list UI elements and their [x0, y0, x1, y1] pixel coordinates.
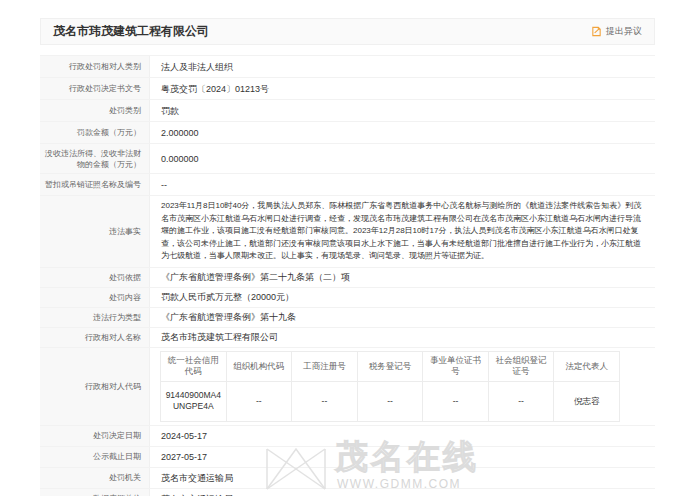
- code-value: --: [357, 381, 423, 421]
- table-row: 数据来源单位 茂名市交通运输局: [40, 489, 655, 496]
- row-value: 2.000000: [150, 122, 655, 143]
- entity-codes-cell: 统一社会信用代码 组织机构代码 工商注册号 税务登记号 事业单位证书号 社会组织…: [150, 348, 655, 425]
- entity-codes-table: 统一社会信用代码 组织机构代码 工商注册号 税务登记号 事业单位证书号 社会组织…: [160, 351, 620, 422]
- table-row: 暂扣或吊销证照名称及编号 --: [40, 174, 655, 196]
- table-row: 行政处罚相对人类别 法人及非法人组织: [40, 56, 655, 78]
- row-label: 处罚机关: [40, 468, 150, 488]
- column-header: 工商注册号: [292, 351, 358, 381]
- row-label: 违法行为类型: [40, 308, 150, 327]
- row-value: 茂名市交通运输局: [150, 468, 655, 488]
- table-row: 违法行为类型 《广东省航道管理条例》第十九条: [40, 308, 655, 328]
- row-label: 违法事实: [40, 196, 150, 267]
- row-label: 处罚依据: [40, 268, 150, 287]
- table-row: 罚款金额（万元） 2.000000: [40, 122, 655, 144]
- appeal-button-label: 提出异议: [606, 25, 642, 38]
- column-header: 社会组织登记证号: [488, 351, 554, 381]
- column-header: 组织机构代码: [226, 351, 292, 381]
- row-value: 罚款: [150, 100, 655, 121]
- table-row: 处罚机关 茂名市交通运输局: [40, 468, 655, 489]
- row-value: 《广东省航道管理条例》第十九条: [150, 308, 655, 327]
- entity-codes-header-row: 统一社会信用代码 组织机构代码 工商注册号 税务登记号 事业单位证书号 社会组织…: [161, 351, 620, 381]
- table-row: 行政处罚决定书文号 粤茂交罚〔2024〕01213号: [40, 78, 655, 100]
- table-row-violation-facts: 违法事实 2023年11月8日10时40分，我局执法人员郑东、陈林根据广东省粤西…: [40, 196, 655, 268]
- page-header: 茂名市玮茂建筑工程有限公司 提出异议: [40, 18, 655, 45]
- page-title: 茂名市玮茂建筑工程有限公司: [53, 23, 209, 40]
- column-header: 法定代表人: [554, 351, 620, 381]
- table-row: 处罚类别 罚款: [40, 100, 655, 122]
- table-row: 行政相对人名称 茂名市玮茂建筑工程有限公司: [40, 328, 655, 348]
- code-value: --: [423, 381, 489, 421]
- row-value: 法人及非法人组织: [150, 56, 655, 77]
- main-content: 茂名市玮茂建筑工程有限公司 提出异议 行政处罚相对人类别 法人及非法人组织 行政…: [40, 18, 655, 496]
- legal-representative-value: 倪志容: [554, 381, 620, 421]
- row-label: 暂扣或吊销证照名称及编号: [40, 174, 150, 195]
- penalty-info-table: 行政处罚相对人类别 法人及非法人组织 行政处罚决定书文号 粤茂交罚〔2024〕0…: [40, 55, 655, 496]
- table-row: 没收违法所得、没收非法财物的金额（万元） 0.000000: [40, 144, 655, 174]
- row-label: 数据来源单位: [40, 489, 150, 496]
- row-value: 茂名市玮茂建筑工程有限公司: [150, 328, 655, 347]
- appeal-button[interactable]: 提出异议: [591, 25, 642, 38]
- row-label: 行政处罚相对人类别: [40, 56, 150, 77]
- row-label: 公示截止日期: [40, 447, 150, 467]
- code-value: --: [488, 381, 554, 421]
- row-label: 处罚内容: [40, 288, 150, 307]
- table-row: 处罚决定日期 2024-05-17: [40, 426, 655, 447]
- credit-code-value: 91440900MA4UNGPE4A: [161, 381, 227, 421]
- row-label: 行政相对人名称: [40, 328, 150, 347]
- row-value: --: [150, 174, 655, 195]
- table-row: 处罚依据 《广东省航道管理条例》第二十九条第（二）项: [40, 268, 655, 288]
- row-value: 《广东省航道管理条例》第二十九条第（二）项: [150, 268, 655, 287]
- row-label: 没收违法所得、没收非法财物的金额（万元）: [40, 144, 150, 173]
- column-header: 事业单位证书号: [423, 351, 489, 381]
- code-value: --: [226, 381, 292, 421]
- violation-facts-text: 2023年11月8日10时40分，我局执法人员郑东、陈林根据广东省粤西航道事务中…: [150, 196, 655, 267]
- row-label: 罚款金额（万元）: [40, 122, 150, 143]
- row-label: 处罚类别: [40, 100, 150, 121]
- column-header: 统一社会信用代码: [161, 351, 227, 381]
- row-value: 2024-05-17: [150, 426, 655, 446]
- row-value: 茂名市交通运输局: [150, 489, 655, 496]
- row-label: 处罚决定日期: [40, 426, 150, 446]
- row-value: 罚款人民币贰万元整（20000元）: [150, 288, 655, 307]
- table-row: 处罚内容 罚款人民币贰万元整（20000元）: [40, 288, 655, 308]
- code-value: --: [292, 381, 358, 421]
- row-value: 粤茂交罚〔2024〕01213号: [150, 78, 655, 99]
- table-row-entity-codes: 行政相对人代码 统一社会信用代码 组织机构代码 工商注册号 税务登记号 事业单位…: [40, 348, 655, 426]
- row-label: 行政处罚决定书文号: [40, 78, 150, 99]
- document-edit-icon: [591, 26, 602, 37]
- table-row: 公示截止日期 2027-05-17: [40, 447, 655, 468]
- entity-codes-value-row: 91440900MA4UNGPE4A -- -- -- -- -- 倪志容: [161, 381, 620, 421]
- row-value: 0.000000: [150, 144, 655, 173]
- column-header: 税务登记号: [357, 351, 423, 381]
- row-label: 行政相对人代码: [40, 348, 150, 425]
- row-value: 2027-05-17: [150, 447, 655, 467]
